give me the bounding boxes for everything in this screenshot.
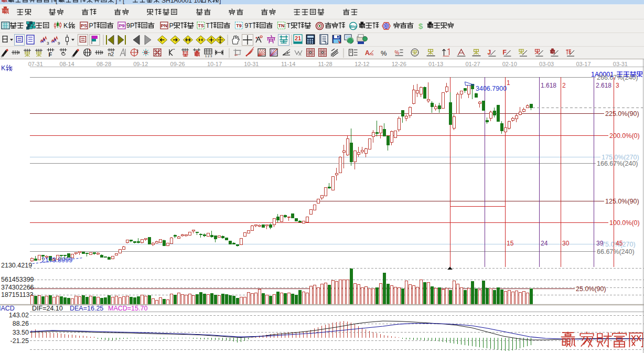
svg-text:SH1A0001 107: SH1A0001 107 — [162, 0, 205, 4]
svg-text:T: T — [287, 22, 291, 29]
svg-text:TN: TN — [278, 23, 285, 28]
svg-text:] - [: ] - [ — [115, 0, 125, 4]
svg-text:02-10: 02-10 — [502, 61, 517, 67]
svg-text:10-31: 10-31 — [244, 61, 259, 67]
svg-text:n2: n2 — [108, 51, 114, 57]
svg-text:15: 15 — [507, 240, 514, 247]
svg-text:P9: P9 — [119, 23, 124, 28]
svg-text:1 2 3: 1 2 3 — [205, 55, 212, 58]
svg-text:DEA=16.25: DEA=16.25 — [70, 305, 103, 312]
svg-text:%: % — [370, 52, 373, 57]
svg-text:K: K — [1, 65, 6, 72]
svg-text:9P: 9P — [126, 22, 134, 29]
svg-text:A: A — [365, 49, 370, 57]
svg-text:03-03: 03-03 — [539, 61, 554, 67]
svg-text:PS: PS — [81, 23, 87, 28]
svg-text:3: 3 — [47, 41, 49, 46]
svg-text:": " — [173, 48, 175, 53]
svg-text:01-13: 01-13 — [428, 61, 443, 67]
svg-text:25.0%(90): 25.0%(90) — [576, 285, 606, 293]
svg-text:1.618: 1.618 — [541, 82, 556, 89]
svg-text:03-17: 03-17 — [576, 61, 591, 67]
svg-text:J: J — [488, 49, 491, 56]
svg-text:-21.25: -21.25 — [10, 337, 29, 345]
svg-text:P: P — [169, 22, 174, 29]
svg-text:225.0%(90): 225.0%(90) — [605, 110, 639, 117]
svg-text:24: 24 — [541, 240, 548, 247]
svg-text:3406.7900: 3406.7900 — [476, 85, 507, 92]
svg-text:F: F — [49, 51, 52, 58]
svg-text:PN: PN — [161, 23, 168, 28]
svg-text:3: 3 — [616, 82, 619, 89]
svg-text:Big: Big — [350, 24, 357, 29]
svg-text:88.26: 88.26 — [13, 320, 29, 327]
svg-text:2.618: 2.618 — [596, 82, 611, 89]
svg-text:561453399: 561453399 — [1, 276, 34, 283]
svg-text:%: % — [395, 50, 400, 56]
svg-text:MACD: MACD — [0, 305, 15, 312]
svg-text:12-12: 12-12 — [355, 61, 369, 67]
svg-text:39: 39 — [596, 240, 604, 247]
svg-text:MACD=15.70: MACD=15.70 — [108, 305, 147, 312]
svg-text:374302266: 374302266 — [1, 284, 34, 291]
svg-text:$: $ — [418, 22, 423, 30]
svg-text:45: 45 — [616, 240, 623, 247]
svg-text:%: % — [381, 49, 387, 57]
svg-text:1: 1 — [507, 79, 510, 87]
svg-text:]: ] — [219, 0, 221, 4]
svg-text:TS: TS — [198, 23, 204, 28]
svg-text:K: K — [63, 22, 68, 29]
svg-text:143.02: 143.02 — [9, 312, 29, 319]
svg-text:09-12: 09-12 — [133, 61, 148, 67]
svg-text:DIF=24.10: DIF=24.10 — [32, 305, 63, 312]
svg-text:125.0%(90): 125.0%(90) — [605, 198, 639, 205]
svg-text:12-26: 12-26 — [392, 61, 406, 67]
svg-text:187151133: 187151133 — [1, 291, 34, 298]
svg-text:2130.4219: 2130.4219 — [1, 262, 32, 269]
svg-text:09-26: 09-26 — [170, 61, 185, 67]
svg-text:9T: 9T — [245, 22, 253, 29]
svg-text:10-17: 10-17 — [207, 61, 222, 67]
svg-text:07-31: 07-31 — [28, 61, 43, 67]
svg-text:T9: T9 — [236, 23, 242, 28]
svg-text:11-28: 11-28 — [318, 61, 332, 67]
svg-text:T: T — [206, 22, 210, 29]
svg-text:08-14: 08-14 — [60, 61, 74, 67]
svg-text:266.67%(240): 266.67%(240) — [597, 74, 638, 81]
svg-text:11-14: 11-14 — [281, 61, 295, 67]
svg-text:33.50: 33.50 — [13, 329, 29, 336]
svg-text:66.67%(240): 66.67%(240) — [597, 248, 635, 255]
svg-text:166.67%(240): 166.67%(240) — [597, 160, 638, 167]
svg-text:21: 21 — [295, 35, 301, 41]
svg-text:P: P — [89, 22, 93, 29]
svg-text:08-28: 08-28 — [96, 61, 111, 67]
svg-text:9: 9 — [58, 41, 60, 46]
svg-text:30: 30 — [562, 240, 570, 247]
svg-text:01-27: 01-27 — [465, 61, 480, 67]
svg-text:03-31: 03-31 — [613, 61, 628, 67]
svg-text:2173.8999: 2173.8999 — [41, 256, 72, 264]
svg-text:K: K — [208, 0, 212, 4]
svg-text:2: 2 — [562, 82, 566, 89]
